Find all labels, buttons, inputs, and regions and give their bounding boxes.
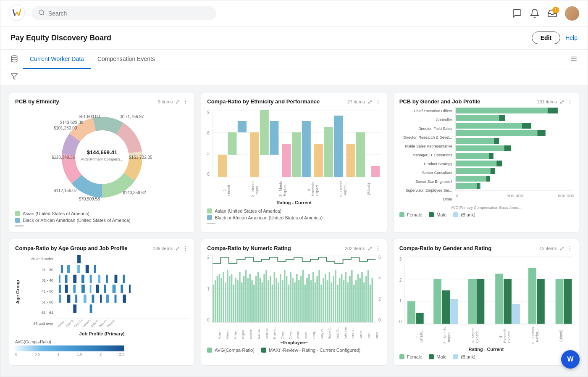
tab-current-worker-data[interactable]: Current Worker Data: [23, 50, 91, 69]
nav-right: 1: [512, 6, 579, 21]
svg-rect-148: [278, 282, 279, 322]
edit-button[interactable]: Edit: [532, 32, 560, 44]
svg-rect-212: [537, 279, 545, 324]
svg-rect-28: [270, 121, 278, 155]
chat-icon[interactable]: [512, 8, 522, 18]
compa-age-title: Compa-Ratio by Age Group and Job Profile: [15, 245, 127, 251]
compa-numeric-more[interactable]: ⋮: [375, 245, 381, 252]
age-labels: 20 and under 21 - 30 31 - 40 41 - 50 51 …: [24, 253, 55, 329]
svg-rect-189: [361, 272, 363, 322]
tab-compensation-events[interactable]: Compensation Events: [91, 50, 162, 69]
svg-rect-68: [61, 265, 63, 273]
svg-rect-202: [416, 313, 424, 324]
svg-rect-96: [92, 295, 94, 303]
filter-icon[interactable]: [10, 73, 18, 82]
search-bar[interactable]: [32, 6, 216, 20]
compa-gender-chart: 3210: [399, 253, 573, 352]
svg-rect-190: [363, 282, 365, 322]
svg-rect-71: [86, 265, 89, 273]
help-link[interactable]: Help: [565, 34, 578, 41]
pcb-ethnicity-more[interactable]: ⋮: [183, 98, 189, 105]
compa-age-more[interactable]: ⋮: [183, 245, 189, 252]
svg-rect-201: [407, 301, 415, 324]
svg-rect-160: [302, 270, 304, 322]
user-avatar[interactable]: [565, 6, 579, 21]
tab-bar: Current Worker Data Compensation Events: [0, 50, 588, 69]
svg-rect-118: [217, 276, 218, 322]
svg-rect-194: [371, 278, 373, 322]
logo[interactable]: [9, 5, 25, 22]
svg-rect-130: [241, 282, 243, 322]
color-scale: AVG(Compa-Ratio): [15, 340, 189, 356]
right-y-axis: 6420: [377, 255, 381, 322]
compa-gender-more[interactable]: ⋮: [567, 245, 573, 252]
svg-rect-47: [456, 138, 494, 144]
page-title: Pay Equity Discovery Board: [10, 34, 111, 42]
svg-rect-205: [450, 299, 458, 324]
svg-rect-67: [77, 255, 81, 264]
heatmap-svg: Admin... Chief E... Chief O... Consul...…: [57, 253, 189, 329]
svg-rect-75: [73, 275, 76, 283]
svg-rect-141: [263, 274, 265, 322]
pcb-gender-legend: Female Male (Blank): [399, 212, 573, 217]
compa-numeric-expand[interactable]: ⤢: [368, 245, 373, 252]
fab-button[interactable]: W: [561, 350, 580, 369]
svg-rect-131: [243, 276, 245, 322]
y-axis-title: Age Group: [15, 253, 20, 330]
svg-rect-58: [486, 176, 490, 182]
scale-gradient: [15, 345, 124, 351]
search-input[interactable]: [48, 10, 210, 17]
svg-rect-159: [300, 276, 302, 322]
compa-gender-count: 12 items: [539, 246, 557, 251]
legend-item-asian: Asian (United States of America): [15, 211, 189, 216]
svg-rect-87: [96, 285, 99, 293]
pcb-ethnicity-legend: Asian (United States of America) Black o…: [15, 211, 189, 227]
svg-text:600,000: 600,000: [558, 194, 575, 198]
svg-rect-155: [292, 278, 294, 322]
compa-ethnicity-expand[interactable]: ⤢: [368, 98, 373, 105]
svg-rect-41: [456, 115, 499, 121]
svg-rect-53: [456, 161, 496, 166]
compa-gender-expand[interactable]: ⤢: [559, 245, 564, 252]
svg-rect-25: [238, 121, 247, 132]
notifications-icon[interactable]: [530, 8, 540, 18]
svg-rect-210: [512, 304, 520, 324]
charts-grid: PCB by Ethnicity 9 items ⤢ ⋮: [9, 92, 579, 366]
compa-ethnicity-card: Compa-Ratio by Ethnicity and Performance…: [201, 92, 387, 233]
svg-rect-208: [495, 274, 503, 324]
svg-rect-153: [288, 285, 289, 322]
svg-rect-34: [334, 116, 343, 177]
tabs-menu-icon[interactable]: [570, 55, 578, 64]
svg-rect-204: [442, 290, 450, 324]
pcb-gender-expand[interactable]: ⤢: [559, 98, 564, 105]
svg-rect-149: [280, 274, 281, 322]
svg-rect-167: [316, 276, 318, 322]
svg-rect-192: [368, 270, 369, 322]
svg-rect-158: [298, 280, 300, 322]
svg-rect-77: [90, 275, 92, 283]
svg-rect-193: [370, 285, 371, 322]
svg-rect-171: [325, 274, 326, 322]
svg-rect-40: [547, 108, 557, 113]
pcb-gender-more[interactable]: ⋮: [567, 98, 573, 105]
pcb-ethnicity-title: PCB by Ethnicity: [15, 98, 59, 105]
svg-rect-146: [273, 272, 275, 322]
svg-rect-213: [556, 279, 564, 324]
pcb-ethnicity-expand[interactable]: ⤢: [175, 98, 180, 105]
svg-rect-170: [323, 278, 324, 322]
svg-rect-43: [456, 123, 522, 129]
inbox-icon[interactable]: 1: [547, 8, 557, 18]
compa-ethnicity-chart: 9630: [207, 107, 381, 205]
svg-rect-91: [129, 285, 131, 293]
svg-rect-100: [123, 295, 126, 303]
svg-rect-35: [346, 144, 355, 177]
compa-ethnicity-more[interactable]: ⋮: [375, 98, 381, 105]
svg-rect-78: [98, 275, 100, 283]
svg-rect-154: [290, 272, 291, 322]
compa-age-expand[interactable]: ⤢: [175, 245, 180, 252]
svg-rect-156: [294, 282, 296, 322]
database-icon: [10, 55, 18, 64]
compa-numeric-chart: 210: [207, 253, 381, 345]
svg-rect-162: [306, 278, 308, 322]
svg-rect-143: [268, 280, 269, 322]
